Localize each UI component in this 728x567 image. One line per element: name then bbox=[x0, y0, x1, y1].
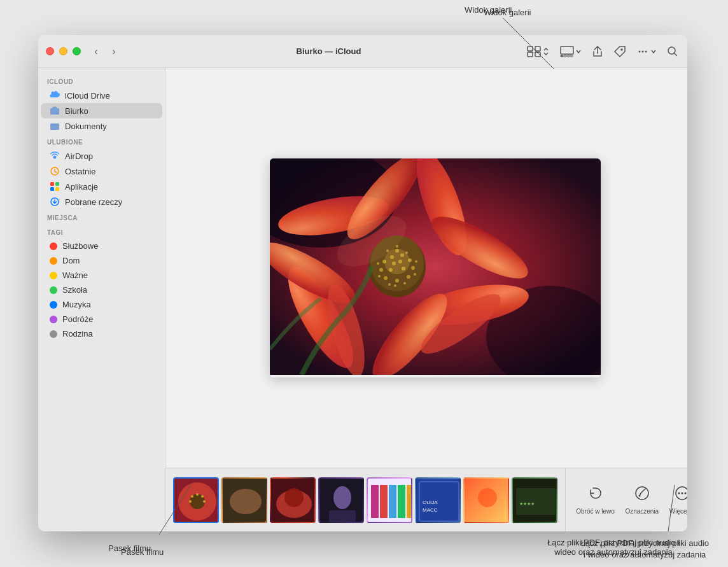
sidebar-label-aplikacje: Aplikacje bbox=[65, 182, 98, 192]
tag-dot-wazne bbox=[50, 272, 57, 279]
annotation-bottom-right-label: Łącz pliki PDF, przycinaj pliki audioi w… bbox=[580, 538, 709, 561]
svg-point-11 bbox=[645, 50, 647, 52]
sidebar-item-airdrop[interactable]: AirDrop bbox=[41, 148, 162, 164]
svg-point-9 bbox=[639, 50, 641, 52]
sidebar-item-podroze[interactable]: Podróże bbox=[41, 312, 162, 326]
svg-point-43 bbox=[384, 276, 388, 280]
action-area: Obróć w lewo Oznaczenia bbox=[565, 468, 687, 531]
sidebar-item-szkola[interactable]: Szkoła bbox=[41, 283, 162, 297]
sidebar-item-dokumenty[interactable]: Dokumenty bbox=[41, 118, 162, 134]
markup-label: Oznaczenia bbox=[625, 508, 659, 515]
svg-point-77 bbox=[333, 486, 351, 509]
filmstrip-thumb-3[interactable] bbox=[270, 477, 316, 523]
sidebar-item-wazne[interactable]: Ważne bbox=[41, 268, 162, 283]
svg-point-66 bbox=[191, 495, 193, 498]
tag-dot-muzyka bbox=[50, 301, 57, 309]
finder-window: ‹ › Biurko — iCloud bbox=[38, 35, 687, 531]
sidebar-item-rodzina[interactable]: Rodzina bbox=[41, 326, 162, 341]
svg-point-56 bbox=[414, 273, 416, 276]
filmstrip-thumb-4[interactable] bbox=[318, 477, 364, 523]
tag-dot-szkola bbox=[50, 286, 57, 294]
gallery-view-button[interactable] bbox=[559, 45, 583, 59]
sidebar-item-pobrane[interactable]: Pobrane rzeczy bbox=[41, 194, 162, 209]
filmstrip-thumb-7[interactable] bbox=[463, 477, 509, 523]
sidebar-item-dom[interactable]: Dom bbox=[41, 253, 162, 268]
more-actions-button[interactable]: Więcej… bbox=[669, 485, 687, 515]
svg-point-55 bbox=[378, 275, 381, 277]
nav-buttons: ‹ › bbox=[88, 44, 122, 59]
biurko-icon bbox=[50, 106, 60, 116]
annotation-bottom-left-label: Pasek filmu bbox=[108, 543, 151, 553]
maximize-button[interactable] bbox=[73, 47, 81, 55]
sidebar-section-icloud: iCloud bbox=[38, 73, 165, 88]
gallery-main bbox=[165, 68, 687, 468]
svg-rect-84 bbox=[407, 485, 411, 518]
svg-rect-13 bbox=[50, 108, 59, 115]
dokumenty-icon bbox=[50, 121, 60, 131]
sidebar-section-ulubione: Ulubione bbox=[38, 134, 165, 148]
sidebar-label-szkola: Szkoła bbox=[62, 285, 87, 295]
sidebar-label-ostatnie: Ostatnie bbox=[65, 167, 95, 176]
rotate-left-icon bbox=[587, 485, 604, 505]
sidebar-label-dom: Dom bbox=[62, 256, 80, 265]
share-button[interactable] bbox=[591, 44, 605, 59]
svg-text:★★★★: ★★★★ bbox=[519, 501, 535, 506]
svg-point-67 bbox=[196, 493, 199, 496]
svg-rect-1 bbox=[535, 46, 540, 51]
sidebar-item-ostatnie[interactable]: Ostatnie bbox=[41, 164, 162, 179]
traffic-lights bbox=[46, 47, 81, 55]
svg-text:MACC: MACC bbox=[423, 507, 438, 513]
nav-forward-button[interactable]: › bbox=[106, 44, 122, 59]
svg-text:OUIJA: OUIJA bbox=[423, 500, 438, 505]
sidebar-section-tagi: Tagi bbox=[38, 224, 165, 239]
sidebar-label-pobrane: Pobrane rzeczy bbox=[65, 197, 122, 207]
share-icon bbox=[592, 45, 603, 58]
rotate-left-label: Obróć w lewo bbox=[576, 508, 615, 515]
rotate-left-button[interactable]: Obróć w lewo bbox=[576, 485, 615, 515]
svg-point-60 bbox=[394, 284, 396, 287]
sidebar-label-wazne: Ważne bbox=[62, 270, 88, 280]
sidebar: iCloud iCloud Drive Biurko bbox=[38, 68, 165, 531]
markup-button[interactable]: Oznaczenia bbox=[625, 485, 659, 515]
sidebar-item-aplikacje[interactable]: Aplikacje bbox=[41, 179, 162, 194]
svg-point-72 bbox=[230, 489, 262, 514]
minimize-button[interactable] bbox=[59, 47, 67, 55]
svg-point-95 bbox=[638, 495, 640, 497]
tag-icon bbox=[613, 45, 626, 58]
sidebar-item-icloud-drive[interactable]: iCloud Drive bbox=[41, 88, 162, 103]
svg-point-75 bbox=[284, 488, 304, 507]
filmstrip-thumb-2[interactable] bbox=[221, 477, 267, 523]
filmstrip-thumb-5[interactable] bbox=[367, 477, 412, 523]
window-title: Biurko — iCloud bbox=[132, 46, 526, 56]
svg-point-54 bbox=[415, 260, 417, 263]
tag-dot-sluzb bbox=[50, 242, 57, 250]
close-button[interactable] bbox=[46, 47, 54, 55]
filmstrip-thumb-1[interactable] bbox=[173, 477, 219, 523]
filmstrip-thumb-8[interactable]: ★★★★ bbox=[512, 477, 557, 523]
svg-point-44 bbox=[407, 275, 410, 279]
sidebar-item-sluzb[interactable]: Służbowe bbox=[41, 239, 162, 253]
gallery-image[interactable] bbox=[270, 158, 601, 377]
svg-point-90 bbox=[478, 488, 497, 507]
more-actions-icon bbox=[674, 485, 687, 505]
search-button[interactable] bbox=[666, 45, 680, 59]
svg-point-68 bbox=[201, 495, 204, 498]
svg-rect-8 bbox=[570, 55, 573, 57]
view-icon-button[interactable] bbox=[526, 45, 551, 59]
toolbar-right bbox=[526, 44, 680, 59]
svg-point-69 bbox=[189, 500, 192, 503]
svg-rect-80 bbox=[371, 485, 379, 518]
filmstrip-area: OUIJA MACC bbox=[165, 468, 565, 531]
svg-point-15 bbox=[53, 156, 57, 159]
more-button[interactable] bbox=[635, 45, 658, 59]
nav-back-button[interactable]: ‹ bbox=[88, 44, 104, 59]
svg-rect-17 bbox=[50, 182, 54, 186]
sidebar-label-sluzb: Służbowe bbox=[62, 241, 98, 251]
filmstrip-thumb-6[interactable]: OUIJA MACC bbox=[415, 477, 461, 523]
tag-button[interactable] bbox=[612, 44, 627, 59]
svg-point-98 bbox=[681, 493, 683, 494]
sidebar-item-biurko[interactable]: Biurko bbox=[41, 103, 162, 118]
chevron-updown-icon bbox=[542, 48, 550, 55]
sidebar-item-muzyka[interactable]: Muzyka bbox=[41, 297, 162, 312]
sidebar-label-podroze: Podróże bbox=[62, 314, 93, 324]
